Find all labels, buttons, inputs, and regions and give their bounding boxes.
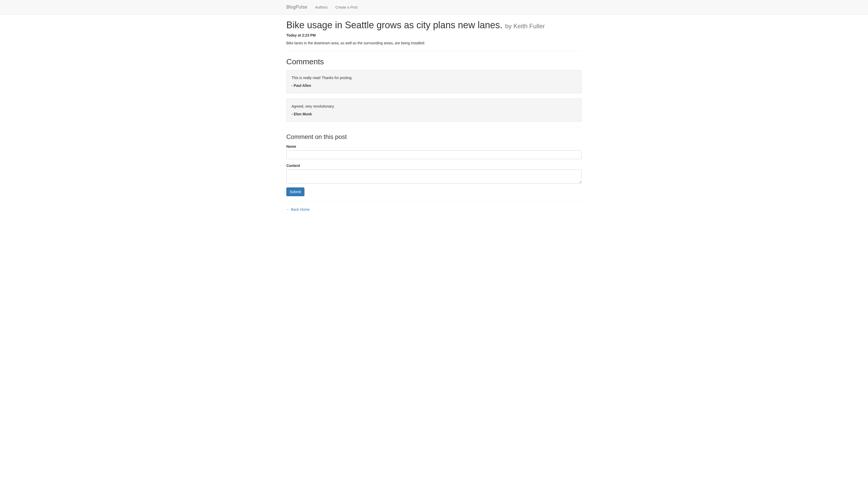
divider: [286, 201, 582, 202]
nav-link-create-post[interactable]: Create a Post: [331, 1, 362, 14]
main-container: Bike usage in Seattle grows as city plan…: [282, 20, 586, 212]
post-timestamp: Today at 2:23 PM: [286, 33, 582, 38]
post-title-heading: Bike usage in Seattle grows as city plan…: [286, 20, 582, 30]
comment-content: Agreed, very revolutionary.: [291, 104, 577, 109]
comment-content: This is really neat! Thanks for posting.: [291, 75, 577, 80]
comments-heading: Comments: [286, 56, 582, 67]
post-body: Bike lanes in the downtown area, as well…: [286, 40, 582, 46]
comment-item: Agreed, very revolutionary. - Elon Musk: [286, 98, 582, 122]
submit-button[interactable]: Submit: [286, 187, 305, 196]
comment-author: - Elon Musk: [291, 112, 577, 117]
name-label: Name: [286, 144, 296, 149]
nav-link-authors[interactable]: Authors: [311, 1, 331, 14]
name-input[interactable]: [286, 150, 582, 159]
back-home-link[interactable]: ← Back Home: [286, 207, 310, 211]
comment-author: - Paul Allen: [291, 83, 577, 88]
comment-form: Name Content Submit: [286, 144, 582, 196]
divider: [286, 127, 582, 127]
content-textarea[interactable]: [286, 170, 582, 183]
content-label: Content: [286, 163, 300, 168]
comment-item: This is really neat! Thanks for posting.…: [286, 70, 582, 93]
comment-form-heading: Comment on this post: [286, 132, 582, 141]
post-byline: by Keith Fuller: [505, 23, 545, 30]
navbar-brand[interactable]: BlogPulse: [286, 0, 311, 14]
post-title: Bike usage in Seattle grows as city plan…: [286, 20, 502, 30]
navbar: BlogPulse Authors Create a Post: [0, 0, 868, 15]
